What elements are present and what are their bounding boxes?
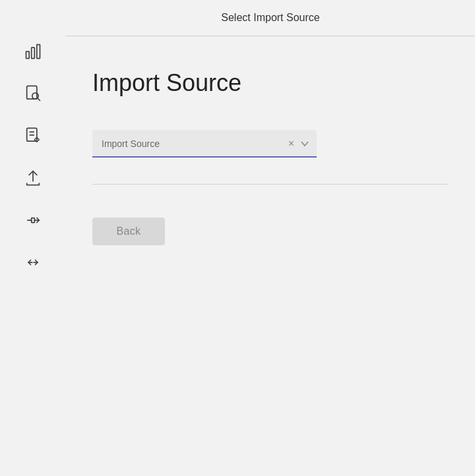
sidebar bbox=[0, 0, 66, 476]
page-title: Import Source bbox=[92, 69, 449, 97]
section-divider bbox=[92, 184, 449, 185]
bottom-section: Back bbox=[92, 218, 449, 245]
bar-chart-icon[interactable] bbox=[21, 40, 45, 63]
import-source-select-wrapper: Import Source × bbox=[92, 130, 317, 158]
search-document-icon[interactable] bbox=[21, 82, 45, 105]
clear-button[interactable]: × bbox=[287, 137, 296, 150]
svg-rect-0 bbox=[26, 51, 30, 59]
svg-line-5 bbox=[38, 98, 40, 101]
svg-rect-2 bbox=[37, 45, 40, 59]
upload-icon[interactable] bbox=[21, 166, 45, 190]
select-controls: × bbox=[287, 137, 310, 150]
content-area: Import Source Import Source × Back bbox=[66, 36, 475, 476]
back-button[interactable]: Back bbox=[92, 218, 165, 245]
collapse-icon[interactable] bbox=[21, 251, 45, 274]
svg-rect-9 bbox=[32, 218, 35, 223]
main-content: Select Import Source Import Source Impor… bbox=[66, 0, 475, 476]
flow-icon[interactable] bbox=[21, 208, 45, 232]
page-header: Select Import Source bbox=[66, 0, 475, 36]
svg-rect-1 bbox=[32, 47, 35, 58]
edit-document-icon[interactable] bbox=[21, 124, 45, 148]
dropdown-arrow-button[interactable] bbox=[300, 140, 310, 148]
header-title: Select Import Source bbox=[221, 12, 319, 24]
import-source-select[interactable] bbox=[92, 130, 317, 158]
